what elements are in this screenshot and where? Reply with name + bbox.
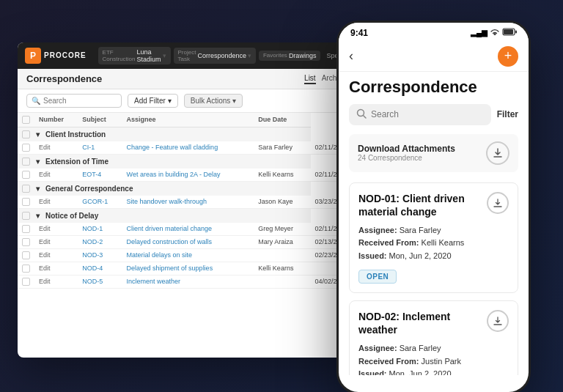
row-checkbox[interactable] [22,225,30,233]
edit-link[interactable]: Edit [39,251,51,259]
procore-icon: P [25,48,41,64]
procore-logo: P PROCORE [25,48,87,64]
table-row: Edit NOD-2 Delayed construction of walls… [18,235,355,248]
assignee-label: Assignee: [358,344,397,352]
add-filter-button[interactable]: Add Filter ▾ [128,94,178,108]
row-number[interactable]: NOD-1 [82,225,103,232]
breadcrumb-fav-value: Drawings [289,52,317,59]
filter-button[interactable]: Filter [497,109,518,119]
row-assignee: Kelli Kearns [258,171,293,178]
edit-link[interactable]: Edit [39,225,51,232]
breadcrumb-etf[interactable]: ETF Construction Luna Stadium ▾ [98,47,171,64]
received-from-label: Received From: [358,238,419,247]
download-subtitle: 24 Correspondence [358,154,455,162]
row-number[interactable]: GCOR-1 [82,198,108,205]
search-input[interactable] [43,97,102,105]
group-name: Extension of Time [45,158,108,166]
breadcrumb-task[interactable]: Project Task Correspondence ▾ [174,48,256,64]
edit-link[interactable]: Edit [39,278,51,285]
edit-link[interactable]: Edit [39,265,51,272]
row-assignee: Kelli Kearns [258,265,293,272]
mobile-page-title: Correspondence [349,78,518,97]
issued-label: Issued: [358,369,387,374]
group-checkbox[interactable] [22,185,30,193]
row-subject[interactable]: Delayed construction of walls [127,238,213,245]
edit-link[interactable]: Edit [39,238,51,245]
mobile-content: Correspondence Filter Download Attachmen… [339,72,529,375]
status-badge: OPEN [358,270,397,284]
row-subject[interactable]: Change - Feature wall cladding [127,144,218,151]
svg-rect-1 [504,29,513,34]
table-row: Edit EOT-4 Wet areas in building 2A - De… [18,169,355,182]
row-assignee: Greg Meyer [258,225,293,232]
col-subject: Subject [78,113,122,127]
row-number[interactable]: NOD-2 [82,238,103,245]
status-icons: ▂▄▆ [471,28,517,37]
row-subject[interactable]: Wet areas in building 2A - Delay [127,171,221,178]
mobile-search-row: Filter [349,104,518,125]
row-number[interactable]: NOD-4 [82,265,103,272]
row-assignee: Sara Farley [258,144,292,151]
row-subject[interactable]: Material delays on site [127,251,193,259]
row-subject[interactable]: Client driven material change [127,225,213,232]
row-checkbox[interactable] [22,251,30,259]
row-checkbox[interactable] [22,171,30,179]
breadcrumb-task-value: Correspondence [197,52,246,59]
row-subject[interactable]: Site handover walk-through [127,198,207,205]
row-number[interactable]: CI-1 [82,144,95,151]
row-checkbox[interactable] [22,238,30,246]
correspondence-card-1[interactable]: NOD-02: Inclement weather Assignee: Sara… [349,300,518,375]
issued-value: Mon, Jun 2, 2020 [389,369,452,374]
group-checkbox[interactable] [22,130,30,138]
table-row: Edit NOD-5 Inclement weather 04/02/20 [18,275,355,288]
card-download-button[interactable] [487,192,509,214]
breadcrumb-favorites[interactable]: Favorites Drawings [259,51,320,61]
group-checkbox[interactable] [22,212,30,220]
group-name: General Correspondence [45,185,133,193]
search-icon: 🔍 [32,97,40,105]
edit-link[interactable]: Edit [39,171,51,178]
search-box[interactable]: 🔍 [26,94,122,108]
add-filter-label: Add Filter [134,97,166,105]
row-subject[interactable]: Delayed shipment of supplies [127,265,213,272]
table-row: Edit CI-1 Change - Feature wall cladding… [18,141,355,155]
mobile-search-icon [356,108,367,121]
group-row-0[interactable]: ▾ Client Instruction [18,127,355,141]
row-checkbox[interactable] [22,198,30,206]
row-number[interactable]: NOD-3 [82,251,103,259]
table-header-row: Number Subject Assignee Due Date [18,113,355,127]
mobile-search-box[interactable] [349,104,491,125]
card-download-button[interactable] [487,310,509,332]
breadcrumb-etf-value: Luna Stadium [136,48,161,63]
group-row-3[interactable]: ▾ Notice of Delay [18,208,355,223]
row-assignee: Jason Kaye [258,198,292,205]
breadcrumb-etf-label: ETF Construction [103,49,136,62]
mobile-status-bar: 9:41 ▂▄▆ [339,23,529,43]
correspondence-card-0[interactable]: NOD-01: Client driven material change As… [349,182,518,293]
edit-link[interactable]: Edit [39,198,51,205]
mobile-search-input[interactable] [371,109,484,119]
add-button[interactable]: + [498,46,518,67]
signal-icon: ▂▄▆ [471,29,487,37]
back-button[interactable]: ‹ [349,48,353,64]
group-checkbox[interactable] [22,158,30,166]
tab-list[interactable]: List [304,73,316,84]
group-name: Client Instruction [45,130,106,138]
group-row-1[interactable]: ▾ Extension of Time [18,154,355,169]
desktop-window: P PROCORE ETF Construction Luna Stadium … [18,42,355,358]
row-checkbox[interactable] [22,278,30,286]
row-checkbox[interactable] [22,265,30,273]
row-number[interactable]: EOT-4 [82,171,101,178]
row-subject[interactable]: Inclement weather [127,278,181,285]
download-button[interactable] [486,141,509,165]
group-row-2[interactable]: ▾ General Correspondence [18,181,355,196]
received-from-value: Justin Park [422,357,461,366]
row-number[interactable]: NOD-5 [82,278,103,285]
card-title: NOD-01: Client driven material change [358,192,481,218]
bulk-actions-label: Bulk Actions [191,97,230,105]
breadcrumb-nav: ETF Construction Luna Stadium ▾ Project … [98,47,321,64]
row-checkbox[interactable] [22,144,30,152]
bulk-actions-button[interactable]: Bulk Actions ▾ [184,94,243,108]
edit-link[interactable]: Edit [39,144,51,151]
col-due-date: Due Date [254,113,310,127]
